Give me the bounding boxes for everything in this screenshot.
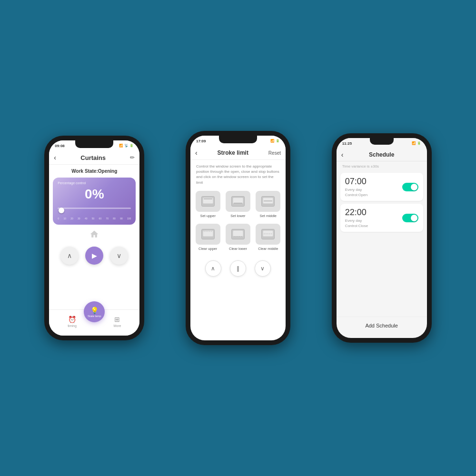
set-upper-icon <box>201 195 215 208</box>
schedule-title: Schedule <box>369 151 394 158</box>
schedule-repeat-1: Every day <box>345 188 368 192</box>
clear-upper-icon <box>201 228 215 241</box>
signal-icon: 📶 <box>119 144 123 148</box>
time-variance: Time variance is ±30s <box>337 161 427 171</box>
nav-fab[interactable]: 💡 State lamp <box>84 301 105 322</box>
curtains-header: ‹ Curtains ✏ <box>49 151 139 165</box>
set-middle-button[interactable] <box>256 191 280 212</box>
schedule-control-1: Control:Open <box>345 193 368 197</box>
back-button-3[interactable]: ‹ <box>341 151 344 159</box>
play-button[interactable]: ▶ <box>85 247 103 265</box>
svg-rect-4 <box>233 198 243 203</box>
percentage-card: Percentage control 0% 0 10 20 30 40 50 6… <box>53 178 136 225</box>
schedule-item-2: 22:00 Every day Control:Close <box>340 204 423 232</box>
percentage-label: Percentage control <box>58 181 131 185</box>
svg-rect-5 <box>234 203 242 204</box>
down-button[interactable]: ∨ <box>110 247 128 265</box>
curtain-controls: ∧ ▶ ∨ <box>49 242 139 269</box>
up-button[interactable]: ∧ <box>60 247 79 265</box>
nav-timing[interactable]: ⏰ timing <box>68 316 77 327</box>
slider-numbers: 0 10 20 30 40 50 60 70 80 90 100 <box>58 217 131 220</box>
clear-middle-label: Clear middle <box>258 247 278 251</box>
battery-3: 🔋 <box>417 141 421 145</box>
battery-icon: 🔋 <box>129 144 134 148</box>
clear-upper-button[interactable] <box>196 224 220 245</box>
signal-2: 📶 <box>270 139 275 143</box>
schedule-time-2: 22:00 <box>345 208 368 218</box>
scene: 09:08 📶 📡 🔋 ‹ Curtains ✏ Work State:Open… <box>14 33 462 443</box>
screen-schedule: 11:25 📶 🔋 ‹ Schedule Time variance is ±3… <box>337 138 427 338</box>
slider-track <box>58 208 131 209</box>
battery-2: 🔋 <box>276 139 280 143</box>
notch-1 <box>75 140 113 148</box>
schedule-item-1: 07:00 Every day Control:Open <box>340 173 423 201</box>
stroke-pause-button[interactable]: ‖ <box>230 260 246 277</box>
nav-more[interactable]: ⊞ More <box>114 316 121 327</box>
more-label: More <box>114 324 121 327</box>
back-button-2[interactable]: ‹ <box>195 149 198 157</box>
phone-stroke: 17:09 📶 🔋 ‹ Stroke limit Reset Control t… <box>186 131 290 345</box>
percentage-slider[interactable] <box>58 208 131 216</box>
status-icons-1: 📶 📡 🔋 <box>119 144 134 148</box>
set-lower-item: Set lower <box>224 191 251 218</box>
clear-lower-icon <box>231 228 245 241</box>
screen-stroke: 17:09 📶 🔋 ‹ Stroke limit Reset Control t… <box>190 136 286 340</box>
svg-rect-8 <box>264 200 272 201</box>
fab-icon: 💡 <box>90 307 99 314</box>
stroke-description: Control the window screen to the appropr… <box>190 160 286 189</box>
signal-3: 📶 <box>412 141 416 145</box>
stroke-title: Stroke limit <box>218 149 248 156</box>
svg-rect-16 <box>263 230 273 236</box>
time-1: 09:08 <box>55 144 64 148</box>
stroke-grid-top: Set upper Set lower <box>190 189 286 220</box>
schedule-info-2: 22:00 Every day Control:Close <box>345 208 368 228</box>
set-middle-icon <box>261 195 275 208</box>
add-schedule-button[interactable]: Add Schedule <box>337 317 427 328</box>
schedule-toggle-2[interactable] <box>402 214 418 222</box>
clear-lower-button[interactable] <box>226 224 250 245</box>
back-button-1[interactable]: ‹ <box>54 154 56 161</box>
nav-bar-1: ⏰ timing 💡 State lamp ⊞ More <box>49 309 139 336</box>
svg-rect-13 <box>233 230 243 236</box>
set-lower-button[interactable] <box>226 191 250 212</box>
schedule-info-1: 07:00 Every day Control:Open <box>345 177 368 197</box>
schedule-time-1: 07:00 <box>345 177 368 187</box>
schedule-toggle-1[interactable] <box>402 183 418 191</box>
reset-button[interactable]: Reset <box>268 150 281 156</box>
phone-schedule: 11:25 📶 🔋 ‹ Schedule Time variance is ±3… <box>332 133 432 343</box>
timing-icon: ⏰ <box>68 316 76 323</box>
edit-button[interactable]: ✏ <box>130 154 135 161</box>
phone-curtains: 09:08 📶 📡 🔋 ‹ Curtains ✏ Work State:Open… <box>44 136 144 340</box>
schedule-header: ‹ Schedule <box>337 149 427 161</box>
timing-label: timing <box>68 324 77 327</box>
notch-3 <box>370 138 394 145</box>
work-state: Work State:Opening <box>49 165 139 176</box>
set-middle-label: Set middle <box>260 214 277 218</box>
home-icon-row <box>49 227 139 242</box>
set-upper-label: Set upper <box>200 214 216 218</box>
slider-thumb[interactable] <box>59 208 64 213</box>
stroke-controls: ∧ ‖ ∨ <box>190 253 286 280</box>
clear-middle-item: Clear middle <box>255 224 282 251</box>
home-icon <box>89 229 99 239</box>
fab-label: State lamp <box>88 315 101 317</box>
schedule-repeat-2: Every day <box>345 218 368 223</box>
clear-middle-button[interactable] <box>256 224 280 245</box>
time-3: 11:25 <box>342 141 352 146</box>
set-upper-item: Set upper <box>194 191 221 218</box>
wifi-icon: 📡 <box>124 144 129 148</box>
curtains-title: Curtains <box>80 154 106 161</box>
stroke-header: ‹ Stroke limit Reset <box>190 146 286 160</box>
set-upper-button[interactable] <box>196 191 220 212</box>
clear-upper-item: Clear upper <box>194 224 221 251</box>
set-middle-item: Set middle <box>255 191 282 218</box>
stroke-up-button[interactable]: ∧ <box>205 260 221 277</box>
more-icon: ⊞ <box>114 316 120 323</box>
notch-2 <box>219 136 257 143</box>
stroke-grid-bottom: Clear upper Clear lower <box>190 222 286 253</box>
stroke-down-button[interactable]: ∨ <box>255 260 271 277</box>
clear-middle-icon <box>261 228 275 241</box>
percentage-value: 0% <box>58 185 131 204</box>
set-lower-icon <box>231 195 245 208</box>
clear-upper-label: Clear upper <box>198 247 217 251</box>
